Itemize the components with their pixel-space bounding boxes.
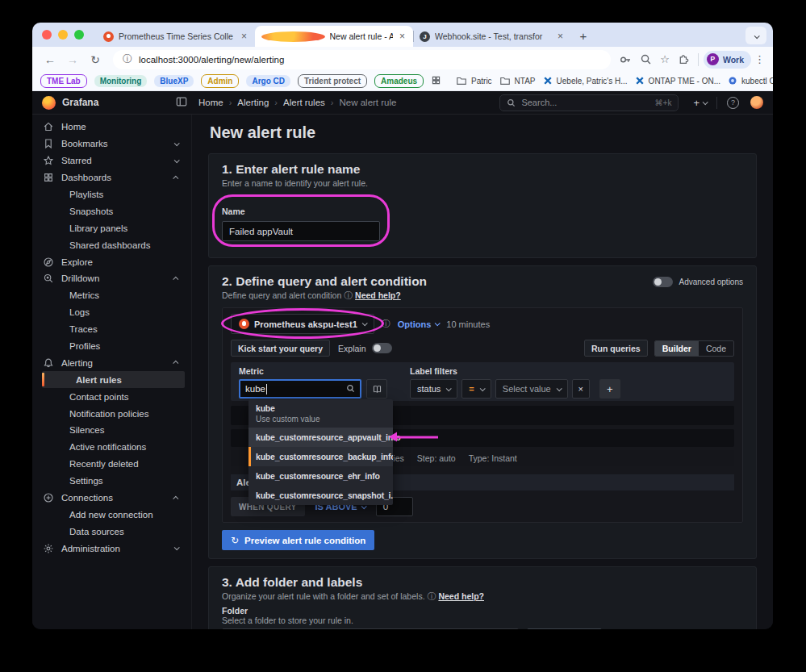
tab-search-button[interactable] <box>745 27 766 44</box>
sidebar-item-silences[interactable]: Silences <box>42 422 185 439</box>
help-icon[interactable]: ? <box>727 97 739 109</box>
metric-option[interactable]: kube_customresource_ehr_info <box>248 466 393 486</box>
sidebar-item-logs[interactable]: Logs <box>42 304 185 321</box>
tab-groups-grid-icon[interactable] <box>431 75 441 87</box>
forward-button[interactable]: → <box>63 50 82 69</box>
tab-group-pill[interactable]: Monitoring <box>94 75 148 87</box>
datasource-picker[interactable]: Prometheus akspu-test1 <box>231 314 374 334</box>
sidebar-item-notification-policies[interactable]: Notification policies <box>42 405 185 422</box>
maximize-window-button[interactable] <box>74 30 84 40</box>
sidebar-item-drilldown[interactable]: Drilldown <box>42 270 185 287</box>
bookmark-star-icon[interactable]: ☆ <box>660 53 670 65</box>
sidebar-item-playlists[interactable]: Playlists <box>42 186 185 203</box>
sidebar-item-settings[interactable]: Settings <box>42 473 185 490</box>
folder-select[interactable]: Select folder <box>222 628 519 629</box>
run-queries-button[interactable]: Run queries <box>584 340 648 357</box>
remove-filter-button[interactable]: × <box>572 379 590 399</box>
sidebar-item-starred[interactable]: Starred <box>42 152 185 169</box>
browser-tab-2[interactable]: New alert rule - Alert rules - A× <box>255 26 413 47</box>
password-key-icon[interactable] <box>619 53 632 66</box>
browser-tab-1[interactable]: Prometheus Time Series Colle× <box>97 26 255 47</box>
metric-option[interactable]: kube_customresource_backup_info <box>248 447 393 466</box>
alert-name-input[interactable]: Failed appVault <box>222 221 380 241</box>
profile-button[interactable]: P Work <box>704 51 751 69</box>
sidebar-item-traces[interactable]: Traces <box>42 321 185 338</box>
minimize-window-button[interactable] <box>58 30 68 40</box>
sidebar-item-dashboards[interactable]: Dashboards <box>42 169 185 186</box>
metric-option[interactable]: kube_customresource_appvault_info <box>248 428 393 447</box>
tab-close-icon[interactable]: × <box>556 31 565 42</box>
sidebar-item-active-notifications[interactable]: Active notifications <box>42 439 185 456</box>
tab-group-pill[interactable]: Trident protect <box>298 74 367 88</box>
back-button[interactable]: ← <box>40 50 60 69</box>
sidebar-item-recently-deleted[interactable]: Recently deleted <box>42 456 185 473</box>
sidebar-item-explore[interactable]: Explore <box>42 253 185 270</box>
extensions-icon[interactable] <box>678 53 690 65</box>
metric-option[interactable]: kube_customresource_snapshot_i... <box>248 486 393 505</box>
toolbar-icons: ☆ <box>619 53 690 66</box>
sidebar-item-alerting[interactable]: Alerting <box>42 354 185 371</box>
tab-title: New alert rule - Alert rules - A <box>330 31 394 41</box>
bookmark-item[interactable]: ONTAP TME - ON... <box>635 76 720 87</box>
tab-close-icon[interactable]: × <box>398 31 407 42</box>
sidebar-item-shared-dashboards[interactable]: Shared dashboards <box>42 236 185 253</box>
filter-value-select[interactable]: Select value <box>495 379 568 399</box>
metrics-browser-icon[interactable] <box>366 379 387 399</box>
sidebar-item-snapshots[interactable]: Snapshots <box>42 202 185 219</box>
kick-start-button[interactable]: Kick start your query <box>231 340 330 357</box>
mega-menu-toggle[interactable] <box>176 96 187 110</box>
new-tab-button[interactable]: + <box>574 27 592 45</box>
bookmark-item[interactable]: NTAP <box>499 75 536 88</box>
site-info-icon[interactable]: ⓘ <box>123 52 132 66</box>
advanced-options-toggle[interactable] <box>653 277 673 287</box>
options-link[interactable]: Options <box>398 319 440 329</box>
add-new-button[interactable]: + <box>693 97 707 109</box>
sidebar-item-metrics[interactable]: Metrics <box>42 287 185 304</box>
breadcrumb-item[interactable]: Home <box>198 98 223 107</box>
filter-op-select[interactable]: = <box>461 379 491 399</box>
breadcrumb-item[interactable]: Alerting <box>237 98 269 107</box>
zoom-icon[interactable] <box>640 53 652 65</box>
divider <box>716 97 717 109</box>
metric-option[interactable]: kubeUse custom value <box>248 399 393 428</box>
sidebar-item-connections[interactable]: Connections <box>42 490 185 507</box>
alert-name-field-wrap: Name Failed appVault <box>222 203 380 241</box>
sidebar-item-library-panels[interactable]: Library panels <box>42 219 185 236</box>
builder-tab[interactable]: Builder <box>655 341 699 356</box>
tab-group-pill[interactable]: BlueXP <box>154 75 194 87</box>
need-help-link[interactable]: Need help? <box>438 591 484 601</box>
breadcrumb-item[interactable]: Alert rules <box>283 98 325 107</box>
sidebar-item-add-new-connection[interactable]: Add new connection <box>42 506 185 523</box>
sidebar-item-home[interactable]: Home <box>42 119 185 136</box>
bookmark-item[interactable]: Uebele, Patric's H... <box>543 76 628 87</box>
tab-group-pill[interactable]: Argo CD <box>246 75 290 87</box>
sidebar-item-data-sources[interactable]: Data sources <box>42 523 185 540</box>
sidebar-item-alert-rules[interactable]: Alert rules <box>42 371 185 388</box>
tab-close-icon[interactable]: × <box>240 31 248 42</box>
add-filter-button[interactable]: + <box>599 379 620 399</box>
tab-title: Prometheus Time Series Colle <box>119 31 235 41</box>
metric-input[interactable]: kube <box>239 379 361 399</box>
new-folder-button[interactable]: + New folder <box>527 628 602 629</box>
code-tab[interactable]: Code <box>699 341 733 356</box>
sidebar-item-bookmarks[interactable]: Bookmarks <box>42 136 185 152</box>
user-avatar[interactable] <box>750 96 763 109</box>
tab-group-pill[interactable]: Admin <box>201 74 239 88</box>
need-help-link[interactable]: Need help? <box>355 290 401 300</box>
bookmark-item[interactable]: Patric <box>456 75 492 88</box>
reload-button[interactable]: ↻ <box>86 50 105 69</box>
sidebar-item-administration[interactable]: Administration <box>42 540 185 557</box>
sidebar-item-profiles[interactable]: Profiles <box>42 338 185 355</box>
search-input[interactable]: Search... ⌘+k <box>499 94 679 111</box>
explain-toggle[interactable] <box>372 343 392 353</box>
browser-menu-icon[interactable]: ⋮ <box>754 53 765 65</box>
browser-tab-3[interactable]: Webhook.site - Test, transfor× <box>413 26 571 47</box>
tab-group-pill[interactable]: TME Lab <box>40 74 87 88</box>
filter-key-select[interactable]: status <box>410 379 457 399</box>
bookmark-item[interactable]: kubectl Cheat She... <box>728 76 773 87</box>
tab-group-pill[interactable]: Amadeus <box>374 74 424 88</box>
address-bar[interactable]: ⓘ localhost:3000/alerting/new/alerting <box>113 50 611 69</box>
sidebar-item-contact-points[interactable]: Contact points <box>42 388 185 405</box>
preview-alert-rule-button[interactable]: ↻ Preview alert rule condition <box>222 530 374 550</box>
close-window-button[interactable] <box>42 30 52 40</box>
